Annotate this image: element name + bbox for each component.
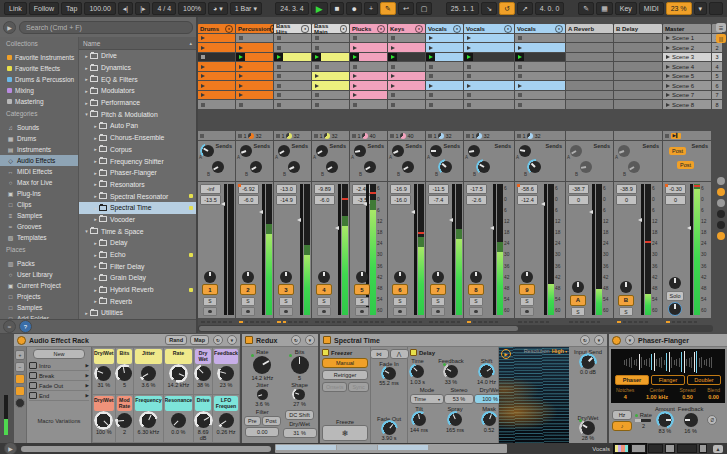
cpu-menu-arrow[interactable]: ▾ — [694, 2, 708, 15]
clip-launch-button[interactable] — [274, 91, 283, 100]
rand-button[interactable]: Rand — [165, 335, 187, 345]
clip-launch-button[interactable] — [312, 34, 321, 43]
tree-item-filter-delay[interactable]: ▸Filter Delay — [79, 260, 196, 272]
device-thumb[interactable] — [631, 444, 646, 453]
play-button[interactable]: ▶ — [311, 2, 328, 15]
crossfade-dash[interactable] — [397, 321, 401, 323]
clip-slot[interactable] — [198, 81, 235, 90]
scene-launch-icon[interactable] — [666, 55, 670, 59]
volume-fader[interactable] — [452, 184, 455, 315]
expanded-arrow-icon[interactable]: ▾ — [83, 228, 90, 234]
crossfade-dash[interactable] — [239, 321, 243, 323]
volume-field[interactable]: -6.0 — [238, 195, 259, 205]
clip-slot[interactable] — [566, 43, 613, 52]
crossfade-dash[interactable] — [645, 321, 649, 323]
filter-value-field[interactable]: 0.00 — [245, 427, 279, 437]
clip-slot[interactable] — [388, 81, 425, 90]
clip-launch-button[interactable] — [515, 72, 524, 81]
place-item-projects[interactable]: □Projects — [0, 291, 78, 302]
hot-swap-icon[interactable]: ↻ — [580, 335, 590, 345]
output-drywet-knob[interactable] — [581, 421, 595, 435]
crossfade-dash[interactable] — [597, 321, 601, 323]
clip-launch-button[interactable] — [388, 43, 397, 52]
clip-slot[interactable] — [464, 100, 514, 109]
device-thumb[interactable] — [677, 444, 697, 453]
crossfade-dash[interactable] — [359, 321, 363, 323]
hot-swap-icon[interactable]: ↻ — [213, 335, 223, 345]
solo-button[interactable]: S — [393, 297, 407, 306]
loop-button[interactable]: ↺ — [499, 2, 515, 15]
track-activator-button[interactable]: 8 — [468, 284, 484, 295]
peak-level-field[interactable]: -0.30 — [665, 184, 686, 194]
tab-phaser[interactable]: Phaser — [615, 375, 649, 385]
nudge-down-button[interactable]: ◂| — [118, 2, 133, 15]
clip-slot[interactable] — [614, 34, 662, 43]
clip-slot[interactable] — [274, 100, 311, 109]
crossfade-dash[interactable] — [283, 321, 287, 323]
scene-number[interactable]: 6 — [712, 81, 722, 90]
device-thumb[interactable] — [648, 444, 663, 453]
freezer-activator-icon[interactable] — [322, 349, 329, 356]
phaser-param-center[interactable]: Center1.00 kHz — [646, 387, 668, 400]
crossfade-dash[interactable] — [413, 321, 417, 323]
tree-item-grain-delay[interactable]: ▸Grain Delay — [79, 272, 196, 284]
category-item-drums[interactable]: ▦Drums — [0, 133, 78, 144]
crossfade-dash[interactable] — [315, 321, 319, 323]
place-item-user-library[interactable]: ○User Library — [0, 269, 78, 280]
clip-launch-button[interactable] — [198, 34, 207, 43]
solo-button[interactable]: S — [317, 297, 331, 306]
clip-launch-button[interactable] — [350, 34, 359, 43]
clip-slot[interactable] — [274, 72, 311, 81]
category-item-clips[interactable]: □Clips — [0, 199, 78, 210]
quantization-menu[interactable]: 1 Bar ▾ — [230, 2, 262, 15]
freeze-manual-button[interactable]: Manual — [322, 358, 368, 368]
collapsed-arrow-icon[interactable]: ▸ — [92, 135, 99, 141]
clip-slot[interactable] — [198, 34, 235, 43]
clip-slot[interactable] — [614, 43, 662, 52]
tree-item-spectral-time[interactable]: ▸Spectral Time — [79, 202, 196, 214]
volume-fader[interactable] — [592, 184, 595, 315]
tree-item-performance[interactable]: ▸Performance — [79, 97, 196, 109]
save-preset-icon[interactable]: ▾ — [227, 335, 237, 345]
clip-slot[interactable] — [236, 81, 273, 90]
crossfade-dash[interactable] — [299, 321, 303, 323]
volume-field[interactable]: -2.6 — [466, 195, 487, 205]
midi-map-button[interactable]: MIDI — [639, 2, 664, 15]
clip-launch-button[interactable] — [198, 72, 207, 81]
clip-slot[interactable] — [614, 81, 662, 90]
send-a-knob[interactable] — [202, 145, 214, 157]
clip-launch-button[interactable] — [515, 81, 524, 90]
clip-slot[interactable] — [350, 43, 387, 52]
variation-row-break[interactable]: Break▶ — [29, 371, 89, 381]
device-activator-icon[interactable] — [612, 336, 621, 345]
variation-row-intro[interactable]: Intro▶ — [29, 361, 89, 371]
metronome-icon[interactable]: ◕ ▾ — [208, 2, 228, 15]
clip-slot[interactable] — [566, 81, 613, 90]
clip-launch-button[interactable] — [464, 100, 473, 109]
category-item-samples[interactable]: ≡Samples — [0, 210, 78, 221]
pan-knob[interactable] — [318, 271, 330, 283]
collapsed-arrow-icon[interactable]: ▸ — [92, 275, 99, 281]
collapsed-arrow-icon[interactable]: ▸ — [92, 181, 99, 187]
send-b-knob[interactable] — [212, 161, 224, 173]
clip-slot[interactable] — [236, 53, 273, 62]
clip-launch-button[interactable] — [426, 91, 435, 100]
crossfade-dash[interactable] — [457, 321, 461, 323]
tree-item-delay[interactable]: ▸Delay — [79, 237, 196, 249]
scene-launch-icon[interactable] — [666, 36, 670, 40]
track-activator-button[interactable]: 7 — [430, 284, 446, 295]
send-b-knob[interactable] — [529, 161, 541, 173]
clip-launch-button[interactable] — [236, 81, 245, 90]
clip-launch-button[interactable] — [198, 81, 207, 90]
clip-slot[interactable] — [388, 100, 425, 109]
computer-midi-keyboard-button[interactable]: ▦ — [596, 2, 613, 15]
clip-slot[interactable] — [388, 72, 425, 81]
track-activator-button[interactable]: A — [570, 295, 586, 306]
crossfade-dash[interactable] — [451, 321, 455, 323]
crossfade-dash[interactable] — [473, 321, 477, 323]
collapsed-arrow-icon[interactable]: ▸ — [83, 65, 90, 71]
track-header[interactable]: Keys● — [388, 24, 425, 33]
clip-slot[interactable] — [515, 34, 565, 43]
clip-slot[interactable] — [350, 100, 387, 109]
scene-slot[interactable]: Scene 4 — [663, 62, 711, 71]
